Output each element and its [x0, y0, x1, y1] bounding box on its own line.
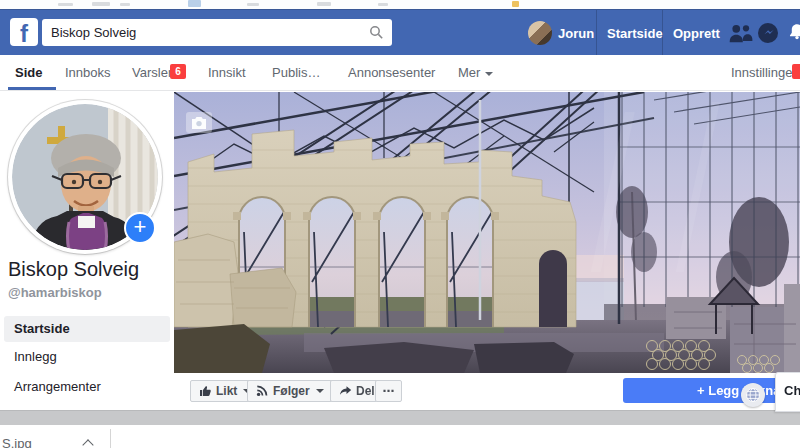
tab-annonsesenter[interactable]: Annonsesenter: [348, 65, 435, 80]
share-arrow-icon: [339, 384, 352, 397]
follow-button[interactable]: Følger: [247, 380, 333, 402]
bookmarks-bar-fragment: [120, 3, 130, 6]
globe-icon: [745, 387, 761, 403]
user-avatar[interactable]: [528, 21, 552, 45]
download-expand-icon[interactable]: [84, 438, 93, 447]
user-menu-link[interactable]: Jorun: [558, 26, 594, 41]
browser-download-bar: S.jpg: [0, 425, 800, 448]
facebook-logo-letter: f: [20, 20, 28, 47]
globe-cursor-chip: [741, 383, 765, 407]
facebook-page-screen: f Biskop Solveig Jorun Startside Opprett: [0, 0, 800, 448]
search-icon[interactable]: [369, 25, 384, 40]
sidebar-item-arrangementer[interactable]: Arrangementer: [14, 379, 101, 394]
search-bar[interactable]: Biskop Solveig: [42, 19, 392, 46]
sidebar-item-startside[interactable]: Startside: [4, 316, 170, 342]
browser-bookmarks-strip: [0, 0, 800, 9]
header-divider: [662, 10, 663, 56]
active-tab-underline: [8, 87, 56, 90]
bookmarks-bar-fragment: [58, 3, 73, 6]
friend-requests-icon[interactable]: [727, 23, 753, 43]
header-divider: [596, 10, 597, 56]
messenger-icon[interactable]: [757, 22, 779, 44]
create-link[interactable]: Opprett: [673, 26, 720, 41]
notifications-bell-icon[interactable]: [786, 22, 800, 44]
thumbs-up-icon: [199, 384, 212, 397]
tab-innsikt[interactable]: Innsikt: [208, 65, 246, 80]
page-bottom-divider: [0, 410, 800, 426]
more-actions-button[interactable]: ⋯: [375, 380, 402, 402]
settings-badge: [792, 64, 800, 79]
bookmarks-bar-fragment: [92, 2, 110, 6]
bookmarks-bar-fragment: [247, 3, 259, 6]
search-input[interactable]: Biskop Solveig: [51, 19, 136, 46]
page-handle: @hamarbiskop: [8, 285, 102, 300]
sidebar-item-innlegg[interactable]: Innlegg: [14, 349, 57, 364]
tab-side[interactable]: Side: [15, 65, 42, 80]
download-item[interactable]: S.jpg: [2, 436, 32, 448]
home-link[interactable]: Startside: [607, 26, 663, 41]
following-feed-icon: [256, 384, 269, 397]
cover-photo[interactable]: [174, 92, 800, 373]
facebook-logo[interactable]: f: [10, 18, 38, 46]
bookmarks-bar-fragment: [317, 2, 331, 6]
download-bar-divider: [110, 429, 111, 448]
tab-publiseringsverktoy[interactable]: Publis…: [272, 65, 320, 80]
add-story-plus-button[interactable]: +: [124, 212, 156, 244]
facebook-header: f Biskop Solveig Jorun Startside Opprett: [0, 9, 800, 56]
tab-mer[interactable]: Mer: [458, 65, 493, 80]
page-tabs-nav: Side Innboks Varsler 6 Innsikt Publis… A…: [0, 55, 800, 91]
varsler-badge: 6: [170, 64, 186, 79]
tab-innboks[interactable]: Innboks: [65, 65, 111, 80]
settings-link[interactable]: Innstillinger: [731, 65, 797, 80]
bookmarks-bar-fragment: [512, 1, 519, 7]
page-title: Biskop Solveig: [8, 258, 139, 281]
bookmarks-bar-fragment: [378, 3, 388, 6]
tab-varsler[interactable]: Varsler: [132, 65, 172, 80]
camera-icon: [190, 115, 208, 130]
mer-caret-icon: [485, 72, 493, 76]
chat-panel[interactable]: Ch: [775, 372, 800, 412]
bookmarks-bar-fragment: [188, 0, 201, 7]
follow-caret-icon: [316, 389, 324, 393]
edit-cover-photo-button[interactable]: [186, 112, 212, 133]
